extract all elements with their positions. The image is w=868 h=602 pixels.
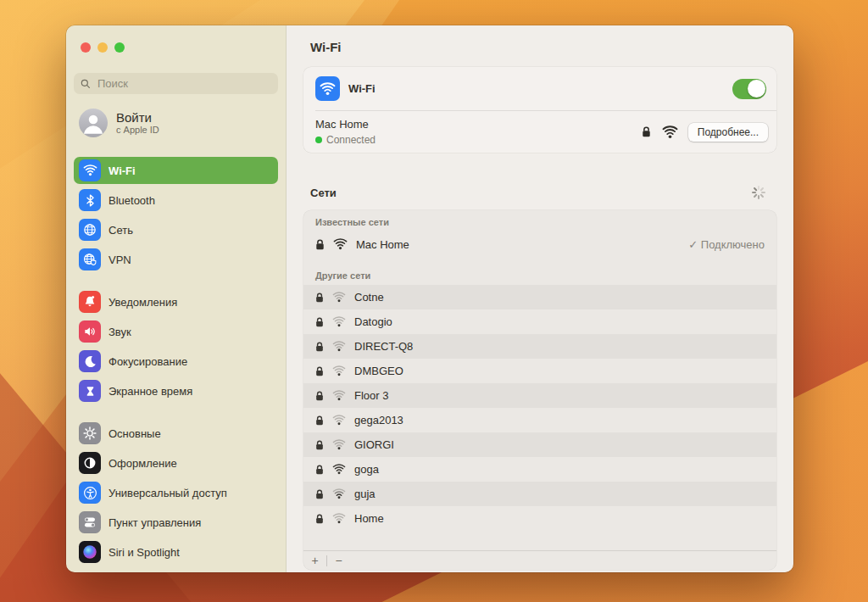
wifi-card-label: Wi-Fi [348, 82, 376, 95]
lock-icon [315, 489, 324, 499]
sidebar-item-network[interactable]: Сеть [74, 216, 278, 243]
lock-icon [315, 293, 324, 303]
moon-icon [79, 350, 101, 372]
known-networks-header: Известные сети [303, 210, 776, 231]
desktop: Войти с Apple ID Wi-FiBluetoothСетьVPNУв… [0, 0, 868, 602]
sidebar-item-label: Wi-Fi [108, 164, 136, 177]
network-row[interactable]: Cotne [303, 285, 776, 309]
sidebar-item-label: VPN [108, 254, 131, 266]
network-name: gega2013 [354, 414, 403, 426]
sidebar-item-label: Универсальный доступ [108, 487, 227, 499]
network-row[interactable]: DIRECT-Q8 [303, 334, 776, 359]
accessibility-icon [79, 482, 101, 504]
bluetooth-icon [79, 189, 101, 211]
connected-badge: ✓ Подключено [688, 238, 765, 251]
network-name: Datogio [354, 315, 392, 328]
wifi-signal-icon [332, 292, 346, 303]
wifi-signal-icon [332, 316, 346, 327]
details-button[interactable]: Подробнее... [688, 123, 768, 142]
sidebar-item-sound[interactable]: Звук [74, 318, 278, 345]
wifi-icon [79, 159, 101, 181]
contrast-icon [79, 452, 101, 474]
wifi-signal-icon [332, 341, 346, 352]
sign-in-row[interactable]: Войти с Apple ID [74, 108, 278, 138]
search-input[interactable] [96, 76, 272, 91]
bell-icon [79, 291, 101, 313]
network-row[interactable]: Home [303, 506, 776, 531]
sign-in-subtitle: с Apple ID [116, 125, 159, 136]
sidebar-item-label: Звук [108, 326, 131, 338]
siri-icon [79, 541, 101, 563]
wifi-signal-icon [332, 488, 346, 499]
wifi-toggle[interactable] [732, 79, 766, 99]
system-settings-window: Войти с Apple ID Wi-FiBluetoothСетьVPNУв… [66, 25, 793, 572]
wifi-icon [315, 76, 340, 101]
other-networks-header: Другие сети [303, 257, 776, 285]
network-name: Cotne [354, 291, 384, 304]
minimize-button[interactable] [97, 42, 108, 53]
network-row[interactable]: gega2013 [303, 408, 776, 432]
network-name: goga [354, 463, 379, 476]
zoom-button[interactable] [114, 42, 125, 53]
sidebar-item-control-center[interactable]: Пункт управления [74, 509, 278, 536]
wifi-pane: Wi-Fi Wi-Fi Mac Home Connect [287, 25, 793, 572]
search-field[interactable] [74, 73, 278, 94]
sidebar-item-vpn[interactable]: VPN [74, 246, 278, 273]
sidebar-item-label: Уведомления [108, 296, 177, 309]
speaker-icon [79, 321, 101, 343]
sidebar-item-bluetooth[interactable]: Bluetooth [74, 187, 278, 214]
known-network-row[interactable]: Mac Home ✓ Подключено [303, 231, 776, 257]
lock-icon [315, 342, 324, 352]
lock-icon [315, 239, 325, 250]
sidebar-item-label: Bluetooth [108, 194, 155, 207]
lock-icon [315, 465, 324, 475]
sidebar-item-wifi[interactable]: Wi-Fi [74, 157, 278, 184]
lock-icon [315, 514, 324, 524]
connected-network-row: Mac Home Connected Подробнее... [303, 111, 776, 153]
lock-icon [315, 415, 324, 426]
add-network-button[interactable]: + [303, 552, 326, 569]
sidebar-item-screen-time[interactable]: Экранное время [74, 377, 278, 404]
network-name: Mac Home [356, 238, 409, 251]
lock-icon [315, 391, 324, 401]
network-row[interactable]: Datogio [303, 309, 776, 334]
network-row[interactable]: Floor 3 [303, 383, 776, 408]
hourglass-icon [79, 380, 101, 402]
sidebar-item-notifications[interactable]: Уведомления [74, 288, 278, 315]
search-icon [80, 78, 92, 90]
networks-card: Известные сети Mac Home ✓ Подключено Дру… [303, 210, 776, 570]
page-title: Wi-Fi [310, 40, 776, 54]
sidebar-item-label: Siri и Spotlight [108, 546, 180, 559]
close-button[interactable] [81, 42, 91, 53]
sidebar-item-accessibility[interactable]: Универсальный доступ [74, 479, 278, 506]
network-row[interactable]: DMBGEO [303, 359, 776, 383]
network-name: Floor 3 [354, 389, 388, 402]
remove-network-button[interactable]: − [327, 552, 350, 569]
sidebar: Войти с Apple ID Wi-FiBluetoothСетьVPNУв… [66, 25, 287, 572]
network-row[interactable]: GIORGI [303, 432, 776, 457]
connected-network-name: Mac Home [315, 118, 376, 131]
list-footer: + − [303, 550, 776, 570]
network-name: DMBGEO [354, 365, 403, 377]
lock-icon [642, 126, 651, 137]
network-row[interactable]: goga [303, 457, 776, 482]
network-row[interactable]: guja [303, 482, 776, 506]
sidebar-item-label: Оформление [108, 457, 177, 470]
sidebar-item-focus[interactable]: Фокусирование [74, 348, 278, 375]
wifi-signal-icon [332, 365, 346, 376]
toggles-icon [79, 511, 101, 533]
sidebar-item-general[interactable]: Основные [74, 420, 278, 447]
status-dot-icon [315, 137, 322, 143]
wifi-signal-icon [662, 125, 678, 139]
other-networks-list: Cotne Datogio DIRECT-Q8 DMBGEO Floor 3 g… [303, 285, 776, 531]
network-name: guja [354, 488, 376, 500]
sidebar-item-siri[interactable]: Siri и Spotlight [74, 538, 278, 566]
sidebar-item-appearance[interactable]: Оформление [74, 449, 278, 477]
scanning-spinner-icon [751, 185, 766, 200]
lock-icon [315, 440, 324, 450]
gear-icon [79, 422, 101, 444]
wifi-signal-icon [333, 238, 348, 250]
wifi-signal-icon [332, 415, 346, 426]
network-name: Home [354, 512, 384, 525]
traffic-lights [81, 42, 278, 53]
